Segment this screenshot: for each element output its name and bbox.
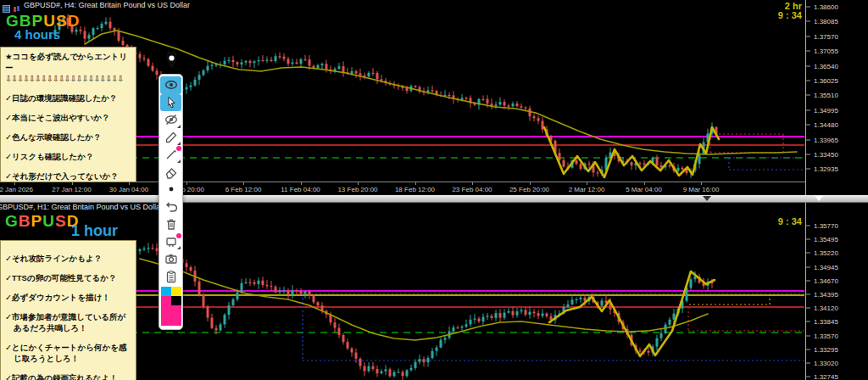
note-item: ✓リスクも確認したか？ xyxy=(5,151,132,162)
time-tick xyxy=(129,182,130,185)
marker-icon xyxy=(164,131,178,144)
camera-icon xyxy=(164,252,178,265)
price-label: 1.34120 xyxy=(814,305,838,312)
price-label: 1.33450 xyxy=(814,151,838,159)
time-label: 6 Feb 12:00 xyxy=(225,186,262,193)
price-tick xyxy=(806,280,810,281)
clear-all-button[interactable] xyxy=(160,215,181,233)
annotation-toolbar xyxy=(159,74,183,330)
time-tick xyxy=(415,182,416,185)
color-swatch[interactable] xyxy=(171,287,181,296)
price-tick xyxy=(806,7,810,8)
stroke-size-indicator[interactable] xyxy=(160,181,181,198)
price-label: 1.35510 xyxy=(814,92,838,99)
price-tick xyxy=(806,377,810,377)
time-label: 9 Mar 16:00 xyxy=(683,186,720,193)
pane-title: GBPUSD#, H4: Great Britain Pound vs US D… xyxy=(24,1,190,9)
color-swatch[interactable] xyxy=(171,296,181,305)
note-header: ★ココを必ず読んでからエントリー xyxy=(5,51,132,73)
color-dot-icon xyxy=(176,233,181,238)
time-label: 13 Feb 20:00 xyxy=(337,186,377,193)
color-swatch[interactable] xyxy=(161,296,171,305)
price-scale-h1[interactable]: 1.357701.354951.352201.349451.346701.343… xyxy=(805,202,868,380)
note-item: ✓それ形だけで入ってないか？ xyxy=(5,170,132,182)
watermark-timeframe: 1 hour xyxy=(71,222,118,240)
price-tick xyxy=(806,109,810,110)
price-tick xyxy=(806,294,810,295)
undo-icon xyxy=(164,200,178,214)
price-label: 1.35495 xyxy=(814,236,838,243)
price-label: 1.37570 xyxy=(814,32,838,40)
price-tick xyxy=(806,95,810,96)
time-label: 30 Jan 04:00 xyxy=(109,186,148,193)
clipboard-button[interactable] xyxy=(160,268,181,286)
eyeoff-icon xyxy=(164,113,178,126)
note-item: ✓TTSの卵の可能性見てるか？ xyxy=(5,272,132,283)
time-tick xyxy=(587,182,587,185)
price-label: 1.33845 xyxy=(814,318,838,326)
cursor-icon xyxy=(164,96,178,109)
eraser-tool[interactable] xyxy=(160,164,181,182)
time-axis[interactable]: 22 Jan 202627 Jan 12:0030 Jan 04:003 Feb… xyxy=(0,182,805,196)
note-item: ✓必ずダウカウントを描け！ xyxy=(5,292,132,303)
eraser-icon xyxy=(164,165,178,179)
highlighter-tool[interactable] xyxy=(160,129,181,147)
watermark-letter: S xyxy=(55,212,67,230)
price-label: 1.34995 xyxy=(814,106,838,114)
note-item: ✓日誌の環境認識確認したか？ xyxy=(5,92,132,103)
options-corner-icon xyxy=(177,125,181,128)
time-tick xyxy=(72,182,73,185)
options-corner-icon xyxy=(177,159,181,163)
note-arrows: ⇩⇩⇩⇩⇩⇩⇩⇩⇩⇩⇩⇩⇩⇩⇩⇩⇩⇩⇩⇩ xyxy=(5,73,132,84)
color-swatch[interactable] xyxy=(161,287,171,296)
pen-tool[interactable] xyxy=(160,146,181,164)
time-label: 23 Feb 04:00 xyxy=(452,186,492,193)
time-tick xyxy=(301,182,302,185)
price-label: 1.38085 xyxy=(814,18,838,25)
time-tick xyxy=(243,182,244,185)
time-tick xyxy=(530,182,531,185)
undo-button[interactable] xyxy=(160,198,181,216)
pane-titlebar-h4[interactable]: GBPUSD#, H4: Great Britain Pound vs US D… xyxy=(0,0,868,10)
price-tick xyxy=(806,363,810,364)
whiteboard-tool[interactable] xyxy=(160,233,181,251)
price-tick xyxy=(806,335,810,336)
clip-icon xyxy=(164,270,178,283)
note-item: ✓とにかくチャートから何かを感じ取ろうとしろ！ xyxy=(5,342,132,364)
price-label: 1.36025 xyxy=(814,77,838,85)
pen-nib-icon[interactable] xyxy=(163,48,181,74)
current-color-swatch[interactable] xyxy=(161,305,181,326)
trash-icon xyxy=(164,217,178,231)
price-tick xyxy=(806,36,810,36)
pane-titlebar-h1[interactable]: GBPUSD#, H1: Great Britain Pound vs US D… xyxy=(0,202,868,212)
time-label: 25 Feb 20:00 xyxy=(509,186,549,193)
price-tick xyxy=(806,154,810,155)
time-tick xyxy=(644,182,645,185)
price-tick xyxy=(806,81,810,81)
watermark-letter: P xyxy=(31,212,43,230)
visibility-toggle[interactable] xyxy=(160,76,181,94)
screenshot-button[interactable] xyxy=(160,250,181,268)
pointer-tool[interactable] xyxy=(160,94,181,112)
color-dot-icon xyxy=(176,146,181,151)
window-separator[interactable] xyxy=(0,195,868,203)
checklist-note-mindset: ✓それ攻防ラインかもよ？✓TTSの卵の可能性見てるか？✓必ずダウカウントを描け！… xyxy=(0,240,136,380)
note-item: ✓記載の為の録画忘れるなよ！ xyxy=(5,372,132,380)
price-scale-h4[interactable]: 1.386001.380851.375701.370551.365401.360… xyxy=(805,0,868,195)
price-label: 1.34480 xyxy=(814,121,838,129)
price-tick xyxy=(806,266,810,267)
chart-window-icon xyxy=(3,1,10,8)
price-label: 1.33570 xyxy=(814,332,838,339)
dot-icon xyxy=(164,182,178,196)
note-item: ✓本当にそこ波出やすいか？ xyxy=(5,112,132,123)
hide-annotations-tool[interactable] xyxy=(160,111,181,129)
price-label: 1.32745 xyxy=(814,373,838,380)
time-tick xyxy=(701,182,702,185)
time-tick xyxy=(14,182,15,185)
price-tick xyxy=(806,169,810,170)
separator-handle-icon xyxy=(815,196,823,201)
price-tick xyxy=(806,239,810,240)
watermark-symbol: GBPUSD xyxy=(5,212,79,231)
time-tick xyxy=(358,182,359,185)
note-item: ✓色んな示唆確認したか？ xyxy=(5,131,132,142)
